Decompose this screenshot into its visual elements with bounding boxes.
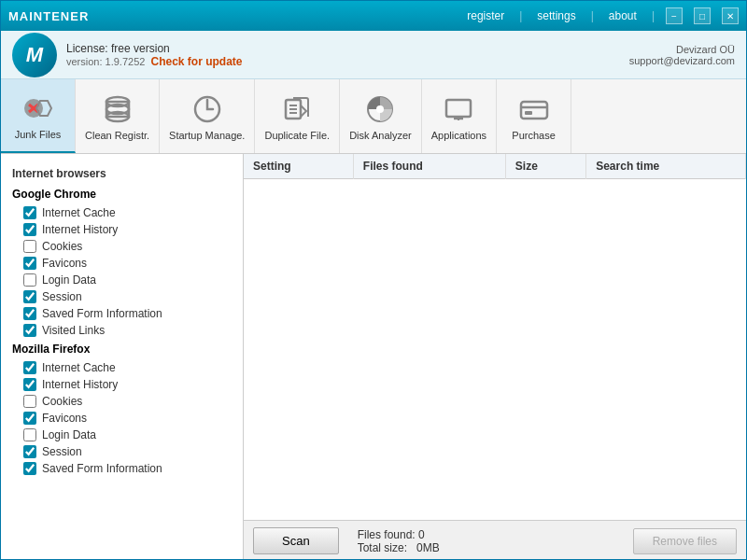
firefox-login-data[interactable]: Login Data — [1, 427, 243, 443]
minimize-button[interactable]: − — [666, 7, 683, 24]
chrome-saved-form-label: Saved Form Information — [42, 307, 162, 320]
total-size-value: 0MB — [416, 541, 440, 554]
logo-area: M License: free version version: 1.9.725… — [12, 33, 243, 77]
results-table: Setting Files found Size Search time — [244, 154, 746, 520]
firefox-internet-history[interactable]: Internet History — [1, 376, 243, 393]
svg-rect-21 — [525, 111, 532, 115]
chrome-login-data[interactable]: Login Data — [1, 272, 243, 288]
purchase-label: Purchase — [512, 130, 555, 141]
applications-icon — [442, 92, 475, 126]
firefox-cookies-checkbox[interactable] — [23, 395, 36, 408]
chrome-internet-history[interactable]: Internet History — [1, 221, 243, 238]
chrome-favicons[interactable]: Favicons — [1, 255, 243, 272]
startup-label: Startup Manage. — [169, 130, 245, 141]
right-panel: Setting Files found Size Search time Sca… — [244, 154, 746, 560]
firefox-internet-cache[interactable]: Internet Cache — [1, 359, 243, 376]
chrome-saved-form[interactable]: Saved Form Information — [1, 305, 243, 322]
junk-files-label: Junk Files — [15, 129, 62, 140]
toolbar-junk-files[interactable]: Junk Files — [1, 79, 76, 153]
chrome-session-label: Session — [42, 290, 82, 303]
support-email: support@devizard.com — [629, 55, 735, 66]
firefox-cookies-label: Cookies — [42, 395, 82, 408]
svg-point-14 — [376, 105, 384, 113]
col-size: Size — [505, 154, 585, 179]
firefox-session[interactable]: Session — [1, 443, 243, 460]
files-found-label: Files found: — [358, 528, 416, 541]
register-button[interactable]: register — [463, 7, 508, 24]
chrome-session-checkbox[interactable] — [23, 290, 36, 303]
left-panel: Internet browsers Google Chrome Internet… — [1, 154, 244, 560]
firefox-saved-form-label: Saved Form Information — [42, 462, 162, 475]
company-name: Devizard OÜ — [629, 44, 735, 55]
bottom-bar: Scan Files found: 0 Total size: 0MB Remo… — [244, 520, 746, 560]
col-files-found: Files found — [353, 154, 505, 179]
firefox-saved-form[interactable]: Saved Form Information — [1, 460, 243, 477]
svg-rect-19 — [521, 102, 547, 119]
browser-chrome-header: Google Chrome — [1, 184, 243, 204]
startup-manager-icon — [190, 92, 224, 126]
titlebar: MAINTENER register | settings | about | … — [1, 1, 746, 31]
scan-button[interactable]: Scan — [253, 527, 339, 554]
chrome-session[interactable]: Session — [1, 288, 243, 305]
chrome-login-data-checkbox[interactable] — [23, 273, 36, 287]
chrome-internet-cache-label: Internet Cache — [42, 206, 116, 219]
firefox-internet-history-checkbox[interactable] — [23, 378, 36, 391]
about-button[interactable]: about — [605, 7, 641, 24]
toolbar-startup-manager[interactable]: Startup Manage. — [160, 79, 255, 153]
disk-analyzer-icon — [363, 92, 397, 126]
toolbar-applications[interactable]: Applications — [422, 79, 497, 153]
junk-files-icon — [21, 91, 55, 125]
toolbar-duplicate-files[interactable]: Duplicate File. — [255, 79, 340, 153]
version-label: version: 1.9.7252 Check for update — [66, 55, 243, 68]
chrome-visited-links-checkbox[interactable] — [23, 324, 36, 337]
maximize-button[interactable]: □ — [694, 7, 711, 24]
col-setting: Setting — [244, 154, 353, 179]
chrome-internet-cache[interactable]: Internet Cache — [1, 204, 243, 221]
app-title: MAINTENER — [8, 9, 89, 23]
chrome-visited-links[interactable]: Visited Links — [1, 322, 243, 339]
firefox-login-data-label: Login Data — [42, 428, 96, 441]
firefox-login-data-checkbox[interactable] — [23, 428, 36, 441]
results-data-table: Setting Files found Size Search time — [244, 154, 746, 179]
firefox-internet-history-label: Internet History — [42, 378, 118, 391]
firefox-session-checkbox[interactable] — [23, 445, 36, 458]
remove-files-button[interactable]: Remove files — [633, 528, 737, 554]
chrome-saved-form-checkbox[interactable] — [23, 307, 36, 320]
chrome-favicons-label: Favicons — [42, 257, 87, 270]
company-info: Devizard OÜ support@devizard.com — [629, 44, 735, 66]
license-info: License: free version version: 1.9.7252 … — [66, 42, 243, 68]
chrome-internet-history-checkbox[interactable] — [23, 223, 36, 236]
firefox-favicons-checkbox[interactable] — [23, 412, 36, 425]
license-label: License: free version — [66, 42, 243, 55]
chrome-login-data-label: Login Data — [42, 273, 96, 287]
chrome-cookies-label: Cookies — [42, 240, 82, 253]
files-found-value: 0 — [418, 528, 425, 541]
firefox-favicons[interactable]: Favicons — [1, 410, 243, 427]
total-size-label: Total size: — [358, 541, 407, 554]
check-update-link[interactable]: Check for update — [151, 55, 243, 68]
clean-registry-icon — [101, 92, 134, 126]
app-logo: M — [12, 33, 57, 77]
chrome-cookies[interactable]: Cookies — [1, 238, 243, 255]
firefox-cookies[interactable]: Cookies — [1, 393, 243, 410]
toolbar: Junk Files Clean Registr. Startup Manage… — [1, 79, 746, 154]
toolbar-disk-analyzer[interactable]: Disk Analyzer — [340, 79, 422, 153]
disk-analyzer-label: Disk Analyzer — [349, 130, 412, 141]
firefox-saved-form-checkbox[interactable] — [23, 462, 36, 475]
toolbar-clean-registry[interactable]: Clean Registr. — [76, 79, 160, 153]
chrome-cookies-checkbox[interactable] — [23, 240, 36, 253]
clean-registry-label: Clean Registr. — [85, 130, 149, 141]
settings-button[interactable]: settings — [533, 7, 579, 24]
main-area: Internet browsers Google Chrome Internet… — [1, 154, 746, 560]
chrome-internet-cache-checkbox[interactable] — [23, 206, 36, 219]
close-button[interactable]: ✕ — [722, 7, 739, 24]
duplicate-label: Duplicate File. — [264, 130, 330, 141]
toolbar-purchase[interactable]: Purchase — [497, 79, 571, 153]
stats-area: Files found: 0 Total size: 0MB — [358, 528, 614, 554]
firefox-internet-cache-checkbox[interactable] — [23, 361, 36, 374]
section-internet-browsers: Internet browsers — [1, 161, 243, 184]
firefox-favicons-label: Favicons — [42, 412, 87, 425]
titlebar-actions: register | settings | about | − □ ✕ — [463, 7, 739, 24]
purchase-icon — [517, 92, 551, 126]
chrome-favicons-checkbox[interactable] — [23, 257, 36, 270]
